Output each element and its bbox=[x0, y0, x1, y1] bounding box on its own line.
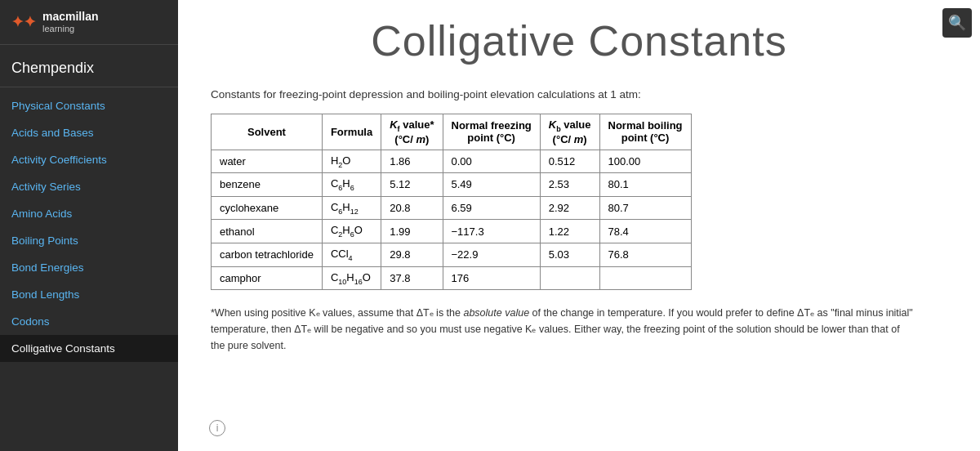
cell-solvent: benzene bbox=[212, 173, 323, 197]
cell-kf: 1.99 bbox=[381, 220, 443, 243]
sidebar-item-activity-coefficients[interactable]: Activity Coefficients bbox=[0, 146, 178, 173]
sidebar-item-physical-constants[interactable]: Physical Constants bbox=[0, 92, 178, 119]
sidebar-item-activity-series[interactable]: Activity Series bbox=[0, 173, 178, 200]
cell-kb: 2.92 bbox=[540, 196, 599, 220]
cell-kf: 29.8 bbox=[381, 243, 443, 266]
col-header-nfp: Normal freezingpoint (°C) bbox=[443, 114, 540, 150]
cell-nbp: 80.1 bbox=[599, 173, 691, 197]
col-header-kf: Kf value*(°C/ m) bbox=[381, 114, 443, 150]
cell-nbp: 100.00 bbox=[599, 150, 691, 173]
cell-kf: 37.8 bbox=[381, 266, 443, 290]
sidebar: ✦✦ macmillan learning Chempendix Physica… bbox=[0, 0, 178, 451]
main-content: Colligative Constants Constants for free… bbox=[178, 0, 980, 451]
sidebar-item-bond-lengths[interactable]: Bond Lengths bbox=[0, 281, 178, 308]
table-row: benzeneC6H65.125.492.5380.1 bbox=[212, 173, 692, 197]
logo-icon: ✦✦ bbox=[11, 13, 36, 31]
cell-kf: 1.86 bbox=[381, 150, 443, 173]
col-header-solvent: Solvent bbox=[212, 114, 323, 150]
sidebar-item-codons[interactable]: Codons bbox=[0, 308, 178, 335]
cell-nfp: 176 bbox=[443, 266, 540, 290]
cell-solvent: camphor bbox=[212, 266, 323, 290]
page-description: Constants for freezing-point depression … bbox=[211, 88, 947, 100]
cell-solvent: carbon tetrachloride bbox=[212, 243, 323, 266]
footnote: *When using positive Kₑ values, assume t… bbox=[211, 305, 913, 354]
cell-nbp: 76.8 bbox=[599, 243, 691, 266]
brand-sub: learning bbox=[42, 24, 98, 34]
cell-kb: 5.03 bbox=[540, 243, 599, 266]
sidebar-item-boiling-points[interactable]: Boiling Points bbox=[0, 227, 178, 254]
sidebar-item-amino-acids[interactable]: Amino Acids bbox=[0, 200, 178, 227]
cell-nbp: 80.7 bbox=[599, 196, 691, 220]
cell-formula: C6H12 bbox=[322, 196, 381, 220]
cell-formula: CCl4 bbox=[322, 243, 381, 266]
cell-nfp: 5.49 bbox=[443, 173, 540, 197]
cell-kb: 1.22 bbox=[540, 220, 599, 243]
logo-text: macmillan learning bbox=[42, 10, 98, 34]
sidebar-item-acids-and-bases[interactable]: Acids and Bases bbox=[0, 119, 178, 146]
sidebar-logo: ✦✦ macmillan learning bbox=[0, 0, 178, 45]
table-row: waterH2O1.860.000.512100.00 bbox=[212, 150, 692, 173]
sidebar-item-bond-energies[interactable]: Bond Energies bbox=[0, 254, 178, 281]
cell-formula: H2O bbox=[322, 150, 381, 173]
cell-nbp bbox=[599, 266, 691, 290]
search-icon: 🔍 bbox=[948, 14, 966, 32]
cell-formula: C10H16O bbox=[322, 266, 381, 290]
colligative-constants-table: Solvent Formula Kf value*(°C/ m) Normal … bbox=[211, 114, 692, 290]
sidebar-item-colligative-constants[interactable]: Colligative Constants bbox=[0, 335, 178, 362]
table-row: cyclohexaneC6H1220.86.592.9280.7 bbox=[212, 196, 692, 220]
col-header-formula: Formula bbox=[322, 114, 381, 150]
col-header-kb: Kb value(°C/ m) bbox=[540, 114, 599, 150]
sidebar-app-title: Chempendix bbox=[0, 45, 178, 87]
cell-kb bbox=[540, 266, 599, 290]
brand-name: macmillan bbox=[42, 10, 98, 24]
col-header-nbp: Normal boilingpoint (°C) bbox=[599, 114, 691, 150]
cell-nbp: 78.4 bbox=[599, 220, 691, 243]
cell-solvent: ethanol bbox=[212, 220, 323, 243]
search-button[interactable]: 🔍 bbox=[942, 8, 972, 38]
cell-solvent: cyclohexane bbox=[212, 196, 323, 220]
cell-nfp: 6.59 bbox=[443, 196, 540, 220]
cell-kf: 20.8 bbox=[381, 196, 443, 220]
cell-formula: C6H6 bbox=[322, 173, 381, 197]
cell-formula: C2H6O bbox=[322, 220, 381, 243]
cell-nfp: −117.3 bbox=[443, 220, 540, 243]
table-row: carbon tetrachlorideCCl429.8−22.95.0376.… bbox=[212, 243, 692, 266]
cell-solvent: water bbox=[212, 150, 323, 173]
sidebar-nav: Physical Constants Acids and Bases Activ… bbox=[0, 87, 178, 367]
cell-kf: 5.12 bbox=[381, 173, 443, 197]
table-row: ethanolC2H6O1.99−117.31.2278.4 bbox=[212, 220, 692, 243]
cell-kb: 2.53 bbox=[540, 173, 599, 197]
cell-kb: 0.512 bbox=[540, 150, 599, 173]
page-title: Colligative Constants bbox=[211, 16, 947, 65]
info-icon[interactable]: i bbox=[209, 420, 225, 436]
table-row: camphorC10H16O37.8176 bbox=[212, 266, 692, 290]
cell-nfp: −22.9 bbox=[443, 243, 540, 266]
info-icon-wrap[interactable]: i bbox=[209, 420, 225, 436]
cell-nfp: 0.00 bbox=[443, 150, 540, 173]
